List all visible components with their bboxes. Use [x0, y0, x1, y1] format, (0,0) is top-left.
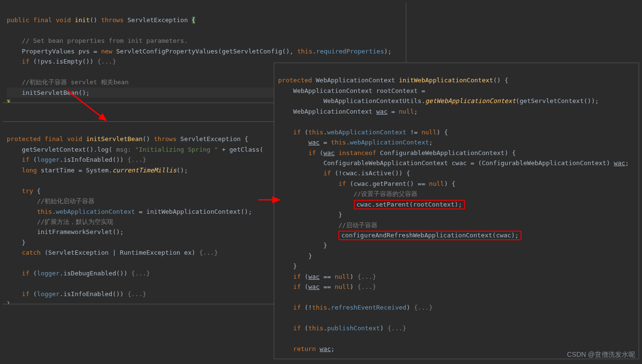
code-line: long startTime = System.currentTimeMilli…	[7, 167, 188, 174]
comment-cn: //启动子容器	[338, 221, 377, 229]
fold-marker[interactable]: {...}	[127, 290, 146, 298]
fold-marker[interactable]: {...}	[127, 156, 146, 163]
method-name: initServletBean	[86, 135, 142, 143]
keyword-final: final	[33, 16, 52, 24]
fold-marker[interactable]: {...}	[388, 325, 406, 332]
code-line: if (wac instanceof ConfigurableWebApplic…	[278, 149, 516, 156]
code-line: try {	[7, 187, 40, 195]
code-line: }	[278, 242, 327, 249]
code-line: cwac.setParent(rootContext);	[278, 200, 465, 209]
fold-marker[interactable]: {...}	[357, 273, 376, 280]
comment-cn: //初始化子容器 servlet 相关bean	[22, 78, 128, 86]
code-line: }	[278, 262, 297, 270]
code-line: // Set bean properties from init paramet…	[7, 37, 188, 44]
code-line: if (logger.isDebugEnabled()) {...}	[7, 270, 150, 277]
code-line: WebApplicationContext rootContext =	[278, 87, 425, 94]
code-line: //设置子容器的父容器	[278, 190, 417, 197]
code-block-initServletBean: protected final void initServletBean() t…	[3, 121, 276, 304]
watermark: CSDN @贫僧洗发水呢	[567, 351, 635, 359]
code-line: protected final void initServletBean() t…	[7, 135, 248, 143]
code-line: return wac;	[278, 345, 334, 352]
code-line: //启动子容器	[278, 221, 377, 229]
code-line: this.webApplicationContext = initWebAppl…	[7, 208, 252, 215]
comment-cn: //扩展方法，默认为空实现	[37, 218, 114, 225]
code-line: WebApplicationContext wac = null;	[278, 108, 418, 115]
code-line: initFrameworkServlet();	[7, 228, 124, 235]
comment-cn: //初始化启动子容器	[37, 197, 95, 205]
code-line: //初始化子容器 servlet 相关bean	[7, 78, 129, 86]
keyword-public: public	[7, 16, 29, 24]
code-line: configureAndRefreshWebApplicationContext…	[278, 231, 522, 240]
highlighted-call-configureAndRefresh: configureAndRefreshWebApplicationContext…	[338, 231, 522, 240]
comment: // Set bean properties from init paramet…	[22, 37, 187, 44]
code-line: }	[278, 211, 342, 218]
method-name: init	[75, 16, 90, 24]
code-line: ConfigurableWebApplicationContext cwac =…	[278, 159, 629, 167]
code-block-initWebApplicationContext: protected WebApplicationContext initWebA…	[274, 63, 639, 359]
code-line: if (cwac.getParent() == null) {	[278, 180, 455, 187]
code-line: }	[278, 252, 312, 260]
code-line: if (this.publishContext) {...}	[278, 325, 406, 332]
code-line: getServletContext().log( msg: "Initializ…	[7, 146, 263, 153]
brace-highlight: {	[192, 16, 196, 24]
code-line: if (wac == null) {...}	[278, 273, 376, 280]
highlighted-call-setParent: cwac.setParent(rootContext);	[354, 200, 465, 209]
code-line: //扩展方法，默认为空实现	[7, 218, 113, 225]
string-literal: "Initializing Spring "	[135, 146, 218, 153]
keyword-throws: throws	[101, 16, 124, 24]
code-line: wac = this.webApplicationContext;	[278, 139, 433, 146]
code-line: if (!cwac.isActive()) {	[278, 169, 410, 177]
code-line: }	[7, 99, 11, 103]
fold-marker[interactable]: {...}	[97, 58, 116, 65]
code-line: //初始化启动子容器	[7, 197, 94, 205]
code-line: if (!pvs.isEmpty()) {...}	[7, 58, 116, 65]
code-line: if (wac == null) {...}	[278, 283, 376, 290]
code-line: public final void init() throws ServletE…	[7, 16, 195, 24]
fold-marker[interactable]: {...}	[414, 304, 433, 311]
keyword-void: void	[56, 16, 71, 24]
brace-highlight: }	[7, 99, 11, 103]
code-line: WebApplicationContextUtils.getWebApplica…	[278, 97, 599, 104]
code-line: protected WebApplicationContext initWebA…	[278, 77, 508, 84]
method-name: initWebApplicationContext	[399, 77, 493, 84]
code-line: }	[7, 239, 26, 246]
fold-marker[interactable]: {...}	[357, 283, 376, 290]
code-line: if (logger.isInfoEnabled()) {...}	[7, 290, 147, 298]
code-line: catch (ServletException | RuntimeExcepti…	[7, 249, 218, 256]
code-line: if (logger.isInfoEnabled()) {...}	[7, 156, 147, 163]
fold-marker[interactable]: {...}	[199, 249, 218, 256]
code-line: if (!this.refreshEventReceived) {...}	[278, 304, 433, 311]
code-line: }	[7, 300, 11, 304]
fold-marker[interactable]: {...}	[131, 270, 150, 277]
code-line: if (this.webApplicationContext != null) …	[278, 129, 448, 136]
comment-cn: //设置子容器的父容器	[354, 190, 418, 197]
code-line: PropertyValues pvs = new ServletConfigPr…	[7, 48, 391, 55]
